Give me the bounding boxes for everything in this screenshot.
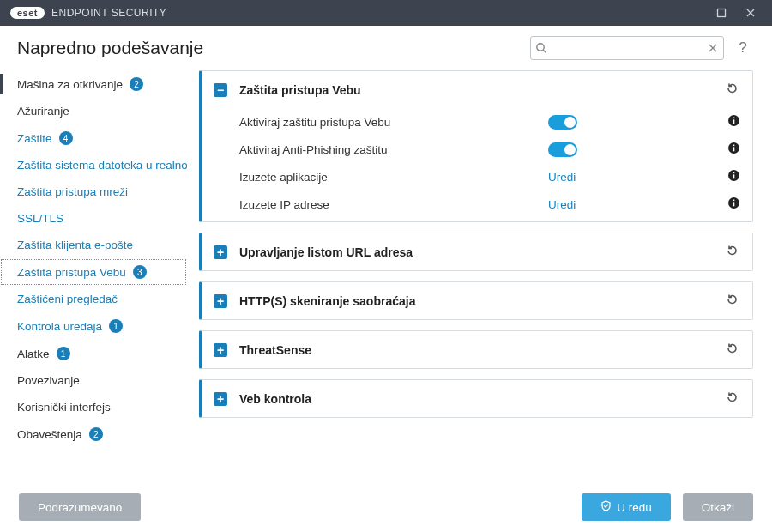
panel-web-control: + Veb kontrola (199, 379, 753, 418)
setting-label: Aktiviraj Anti-Phishing zaštitu (239, 143, 548, 156)
reset-button[interactable] (723, 389, 740, 408)
toggle-enable-web-protection[interactable] (548, 115, 577, 130)
footer: Podrazumevano U redu Otkaži (0, 482, 772, 532)
window-close-button[interactable] (736, 0, 765, 26)
sidebar-item-secure-browser[interactable]: Zaštićeni pregledač (0, 286, 187, 312)
info-button[interactable] (727, 114, 740, 130)
sidebar-badge: 4 (59, 131, 73, 145)
info-button[interactable] (727, 196, 740, 212)
reset-button[interactable] (723, 340, 740, 360)
svg-rect-13 (733, 200, 735, 202)
sidebar-item-device-control[interactable]: Kontrola uređaja 1 (0, 312, 187, 340)
svg-rect-9 (733, 174, 735, 178)
edit-link-excluded-ips[interactable]: Uredi (548, 198, 576, 211)
panel-threatsense: + ThreatSense (199, 330, 753, 369)
svg-rect-6 (733, 147, 735, 151)
expand-icon: + (214, 294, 227, 308)
sidebar-item-ui[interactable]: Korisnički interfejs (0, 394, 187, 420)
reset-button[interactable] (723, 242, 740, 262)
panel-title: ThreatSense (239, 343, 723, 357)
svg-rect-10 (733, 172, 735, 174)
product-name: ENDPOINT SECURITY (51, 7, 166, 19)
setting-label: Izuzete IP adrese (239, 198, 548, 211)
sidebar-item-realtime-fs[interactable]: Zaštita sistema datoteka u realnom vreme… (0, 152, 187, 178)
sidebar-item-label: Zaštita pristupa Vebu (17, 266, 126, 279)
search-input[interactable] (552, 42, 703, 55)
sidebar-badge: 1 (109, 319, 123, 333)
ok-button[interactable]: U redu (582, 493, 671, 521)
panel-header[interactable]: + ThreatSense (202, 331, 752, 368)
search-icon (531, 42, 552, 54)
sidebar-item-detection-engine[interactable]: Mašina za otkrivanje 2 (0, 70, 187, 98)
page-title: Napredno podešavanje (17, 38, 203, 58)
sidebar-item-label: Zaštićeni pregledač (17, 293, 118, 305)
expand-icon: + (214, 392, 227, 406)
titlebar: eset ENDPOINT SECURITY (0, 0, 772, 26)
reset-button[interactable] (723, 80, 740, 100)
svg-rect-3 (733, 119, 735, 124)
main-content: − Zaštita pristupa Vebu Aktiviraj zaštit… (187, 67, 772, 482)
expand-icon: + (214, 245, 227, 259)
undo-icon (725, 244, 739, 257)
sidebar-item-web-access[interactable]: Zaštita pristupa Vebu 3 (0, 258, 187, 286)
sidebar-item-label: Korisnički interfejs (17, 401, 111, 414)
expand-icon: + (214, 343, 227, 357)
sidebar-item-email-client[interactable]: Zaštita klijenta e-pošte (0, 232, 187, 258)
clear-icon (708, 43, 718, 53)
collapse-icon: − (214, 83, 227, 97)
svg-rect-4 (733, 118, 735, 119)
sidebar-item-update[interactable]: Ažuriranje (0, 98, 187, 124)
default-button[interactable]: Podrazumevano (19, 493, 141, 521)
undo-icon (725, 82, 739, 95)
sidebar-item-connectivity[interactable]: Povezivanje (0, 367, 187, 394)
sidebar-item-protections[interactable]: Zaštite 4 (0, 124, 187, 152)
sidebar-badge: 2 (89, 427, 103, 441)
sidebar-item-network-protection[interactable]: Zaštita pristupa mreži (0, 178, 187, 205)
setting-label: Aktiviraj zaštitu pristupa Vebu (239, 116, 548, 129)
panel-header[interactable]: − Zaštita pristupa Vebu (202, 71, 752, 108)
sidebar-item-label: Zaštita sistema datoteka u realnom vreme… (17, 159, 187, 172)
setting-row-enable-antiphishing: Aktiviraj Anti-Phishing zaštitu (239, 136, 740, 163)
panel-header[interactable]: + Upravljanje listom URL adresa (202, 233, 752, 270)
panel-url-list-management: + Upravljanje listom URL adresa (199, 233, 753, 271)
sidebar-item-ssl-tls[interactable]: SSL/TLS (0, 205, 187, 232)
sidebar-item-label: Obaveštenja (17, 428, 82, 441)
sidebar-item-tools[interactable]: Alatke 1 (0, 340, 187, 367)
toggle-enable-antiphishing[interactable] (548, 142, 577, 157)
reset-button[interactable] (723, 291, 740, 311)
sidebar-badge: 3 (133, 265, 147, 279)
undo-icon (725, 390, 739, 404)
sidebar-item-notifications[interactable]: Obaveštenja 2 (0, 420, 187, 448)
panel-title: Upravljanje listom URL adresa (239, 245, 723, 259)
sidebar-item-label: Alatke (17, 348, 50, 360)
sidebar-item-label: Zaštita klijenta e-pošte (17, 239, 133, 251)
svg-rect-7 (733, 145, 735, 147)
sidebar-item-label: Kontrola uređaja (17, 320, 102, 333)
sidebar-item-label: SSL/TLS (17, 212, 63, 225)
sidebar-badge: 1 (57, 347, 70, 360)
sidebar-item-label: Povezivanje (17, 374, 80, 387)
info-button[interactable] (727, 142, 740, 157)
window-maximize-button[interactable] (707, 0, 736, 26)
topbar: Napredno podešavanje ? (0, 26, 772, 67)
clear-search-button[interactable] (703, 43, 723, 53)
setting-row-enable-web-protection: Aktiviraj zaštitu pristupa Vebu (239, 108, 740, 136)
panel-header[interactable]: + HTTP(S) skeniranje saobraćaja (202, 282, 752, 319)
panel-https-scanning: + HTTP(S) skeniranje saobraćaja (199, 281, 753, 320)
edit-link-excluded-apps[interactable]: Uredi (548, 171, 576, 184)
search-field[interactable] (530, 36, 724, 60)
sidebar-item-label: Zaštita pristupa mreži (17, 185, 128, 198)
panel-header[interactable]: + Veb kontrola (202, 380, 752, 417)
panel-title: HTTP(S) skeniranje saobraćaja (239, 294, 723, 308)
info-button[interactable] (727, 169, 740, 184)
svg-rect-12 (733, 202, 735, 206)
undo-icon (725, 293, 739, 306)
shield-icon (600, 500, 612, 514)
maximize-icon (716, 8, 727, 18)
ok-button-label: U redu (617, 501, 652, 514)
sidebar-item-label: Zaštite (17, 132, 52, 145)
cancel-button[interactable]: Otkaži (683, 493, 753, 521)
help-button[interactable]: ? (731, 36, 755, 60)
sidebar: Mašina za otkrivanje 2 Ažuriranje Zaštit… (0, 67, 187, 482)
setting-row-excluded-ips: Izuzete IP adrese Uredi (239, 190, 740, 218)
